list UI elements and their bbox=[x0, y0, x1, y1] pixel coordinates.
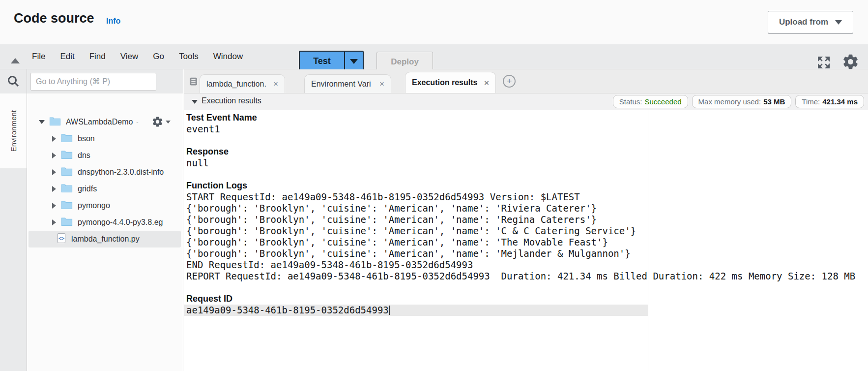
folder-label: pymongo bbox=[78, 201, 110, 210]
log-line: REPORT RequestId: ae149a09-5348-461b-819… bbox=[184, 271, 868, 282]
file-label: lambda_function.py bbox=[71, 235, 140, 244]
menu-find[interactable]: Find bbox=[82, 52, 113, 62]
tab-execution-results[interactable]: Execution results× bbox=[405, 72, 496, 93]
caret-right-icon[interactable] bbox=[52, 153, 56, 158]
info-link[interactable]: Info bbox=[106, 17, 120, 26]
badge-value: 53 MB bbox=[763, 97, 785, 106]
test-split-button[interactable]: Test bbox=[299, 51, 364, 72]
root-folder-label: AWSLambdaDemo bbox=[66, 118, 133, 126]
folder-icon bbox=[61, 217, 73, 228]
log-line: {'borough': 'Brooklyn', 'cuisine': 'Amer… bbox=[184, 237, 868, 248]
page-title: Code source bbox=[14, 11, 94, 26]
menu-window[interactable]: Window bbox=[206, 52, 250, 62]
tab-label: Environment Vari bbox=[311, 80, 376, 89]
goto-anything-row bbox=[27, 69, 183, 93]
svg-text:<>: <> bbox=[58, 236, 64, 241]
folder-label: bson bbox=[78, 134, 95, 143]
folder-icon bbox=[49, 117, 61, 128]
tab-bar: lambda_function.×Environment Vari×Execut… bbox=[184, 69, 868, 93]
search-icon[interactable] bbox=[6, 74, 20, 90]
tab-list-icon[interactable] bbox=[188, 76, 199, 89]
log-blank-line bbox=[184, 135, 868, 146]
chevron-down-icon bbox=[350, 59, 358, 64]
result-badges: Status:SucceededMax memory used:53 MBTim… bbox=[613, 95, 864, 108]
tab-label: Execution results bbox=[412, 78, 480, 87]
close-icon[interactable]: × bbox=[484, 79, 489, 87]
new-tab-button[interactable]: + bbox=[503, 75, 516, 88]
menu-edit[interactable]: Edit bbox=[53, 52, 82, 62]
test-dropdown-button[interactable] bbox=[344, 52, 363, 71]
tab-label: lambda_function. bbox=[206, 80, 269, 89]
text-cursor bbox=[389, 306, 390, 315]
badge-status: Status:Succeeded bbox=[613, 95, 688, 108]
chevron-down-icon bbox=[835, 20, 842, 25]
tree-folder-gridfs[interactable]: gridfs bbox=[27, 181, 182, 197]
sidebar-tab-environment[interactable]: Environment bbox=[0, 93, 27, 168]
log-line: {'borough': 'Brooklyn', 'cuisine': 'Amer… bbox=[184, 214, 868, 225]
folder-icon bbox=[61, 200, 73, 212]
environment-tab-label: Environment bbox=[9, 110, 18, 152]
root-dash: - bbox=[136, 119, 138, 126]
caret-right-icon[interactable] bbox=[52, 203, 56, 209]
execution-results-header: Execution results Status:SucceededMax me… bbox=[184, 93, 868, 110]
folder-icon bbox=[61, 133, 73, 145]
folder-label: gridfs bbox=[78, 185, 97, 193]
badge-value: 421.34 ms bbox=[822, 97, 858, 106]
collapse-section-icon[interactable] bbox=[192, 100, 198, 104]
upload-from-button[interactable]: Upload from bbox=[768, 11, 853, 33]
tree-folder-pymongo[interactable]: pymongo bbox=[27, 197, 182, 214]
badge-label: Max memory used: bbox=[698, 97, 761, 106]
tree-folder-dns[interactable]: dns bbox=[27, 147, 182, 164]
tab-environment-vari[interactable]: Environment Vari× bbox=[304, 74, 391, 93]
tab-lambda-function-[interactable]: lambda_function.× bbox=[200, 74, 285, 93]
python-file-icon: <> bbox=[57, 233, 66, 246]
lambda-code-source-screen: Code source Info Upload from FileEditFin… bbox=[0, 0, 868, 371]
goto-anything-input[interactable] bbox=[30, 73, 156, 91]
test-button[interactable]: Test bbox=[300, 52, 344, 71]
menu-tools[interactable]: Tools bbox=[172, 52, 206, 62]
folder-label: pymongo-4.4.0-py3.8.eg bbox=[78, 218, 163, 227]
folder-icon bbox=[61, 167, 73, 178]
chevron-down-icon bbox=[166, 121, 171, 124]
tree-folder-bson[interactable]: bson bbox=[27, 130, 182, 147]
menu-go[interactable]: Go bbox=[145, 52, 172, 62]
tree-root-folder[interactable]: AWSLambdaDemo- bbox=[27, 114, 182, 130]
file-tree: AWSLambdaDemo-bsondnsdnspython-2.3.0.dis… bbox=[27, 93, 182, 247]
tree-folder-pymongo-4.4.0-py3.8.eg[interactable]: pymongo-4.4.0-py3.8.eg bbox=[27, 214, 182, 231]
caret-right-icon[interactable] bbox=[52, 186, 56, 192]
caret-right-icon[interactable] bbox=[52, 219, 56, 225]
caret-right-icon[interactable] bbox=[52, 136, 56, 142]
tree-file-selected[interactable]: <>lambda_function.py bbox=[29, 231, 181, 247]
page-header: Code source Info Upload from bbox=[0, 0, 868, 44]
close-icon[interactable]: × bbox=[273, 80, 278, 88]
collapse-panel-icon[interactable] bbox=[11, 58, 20, 63]
menu-file[interactable]: File bbox=[25, 52, 53, 62]
log-line: null bbox=[184, 157, 868, 169]
badge-value: Succeeded bbox=[645, 97, 682, 106]
menu-view[interactable]: View bbox=[113, 52, 146, 62]
file-explorer-panel: AWSLambdaDemo-bsondnsdnspython-2.3.0.dis… bbox=[27, 69, 183, 371]
badge-time: Time:421.34 ms bbox=[795, 95, 864, 108]
log-line: {'borough': 'Brooklyn', 'cuisine': 'Amer… bbox=[184, 203, 868, 214]
log-blank-line bbox=[184, 169, 868, 180]
log-line: {'borough': 'Brooklyn', 'cuisine': 'Amer… bbox=[184, 225, 868, 237]
folder-label: dnspython-2.3.0.dist-info bbox=[78, 168, 164, 177]
menu-list: FileEditFindViewGoToolsWindow bbox=[25, 44, 250, 69]
log-line: END RequestId: ae149a09-5348-461b-8195-0… bbox=[184, 259, 868, 271]
tree-folder-dnspython-2.3.0.dist-info[interactable]: dnspython-2.3.0.dist-info bbox=[27, 164, 182, 181]
request-id-value: ae149a09-5348-461b-8195-0352d6d54993 bbox=[184, 305, 648, 316]
folder-icon bbox=[61, 150, 73, 161]
badge-label: Status: bbox=[619, 97, 642, 106]
folder-label: dns bbox=[78, 151, 90, 160]
log-section-heading: Test Event Name bbox=[184, 112, 868, 124]
log-blank-line bbox=[184, 282, 868, 293]
close-icon[interactable]: × bbox=[379, 80, 384, 88]
execution-results-output[interactable]: Test Event Nameevent1ResponsenullFunctio… bbox=[184, 110, 868, 371]
log-line: {'borough': 'Brooklyn', 'cuisine': 'Amer… bbox=[184, 248, 868, 259]
log-section-heading: Response bbox=[184, 146, 868, 157]
log-line: event1 bbox=[184, 124, 868, 135]
caret-right-icon[interactable] bbox=[52, 169, 56, 175]
tree-settings-button[interactable] bbox=[151, 116, 171, 128]
caret-down-icon[interactable] bbox=[39, 120, 45, 124]
folder-icon bbox=[61, 184, 73, 195]
